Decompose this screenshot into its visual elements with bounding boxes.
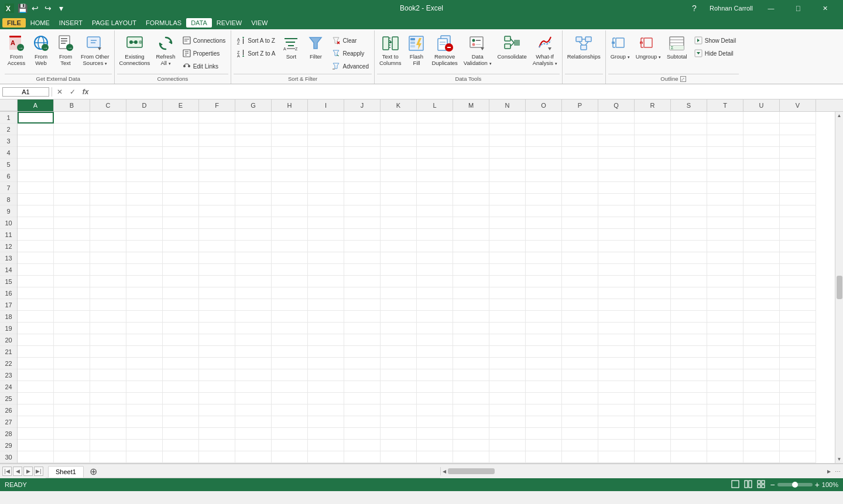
cell-Q22[interactable] — [598, 358, 635, 369]
cell-S8[interactable] — [671, 194, 707, 205]
advanced-button[interactable]: Advanced — [328, 60, 371, 73]
col-header-R[interactable]: R — [635, 100, 671, 111]
cell-D14[interactable] — [126, 264, 163, 276]
cell-J10[interactable] — [344, 217, 381, 229]
reapply-button[interactable]: Reapply — [328, 47, 371, 60]
cell-J23[interactable] — [344, 369, 381, 381]
cell-A18[interactable] — [18, 311, 54, 323]
cell-O16[interactable] — [526, 287, 562, 299]
cell-H19[interactable] — [272, 323, 308, 334]
cell-E14[interactable] — [163, 264, 199, 276]
cell-V20[interactable] — [780, 334, 816, 346]
cell-L6[interactable] — [417, 170, 453, 182]
cell-C9[interactable] — [90, 205, 126, 217]
cell-J27[interactable] — [344, 416, 381, 428]
cell-O28[interactable] — [526, 428, 562, 440]
cell-S21[interactable] — [671, 346, 707, 358]
cell-B28[interactable] — [54, 428, 90, 440]
cell-E9[interactable] — [163, 205, 199, 217]
cell-T19[interactable] — [707, 323, 743, 334]
cell-T27[interactable] — [707, 416, 743, 428]
cell-K14[interactable] — [381, 264, 417, 276]
cell-U5[interactable] — [743, 159, 780, 170]
cell-P20[interactable] — [562, 334, 598, 346]
cell-Q13[interactable] — [598, 252, 635, 264]
cell-D6[interactable] — [126, 170, 163, 182]
cell-G3[interactable] — [235, 135, 272, 147]
cell-M26[interactable] — [453, 404, 489, 416]
cell-B12[interactable] — [54, 241, 90, 252]
cell-N18[interactable] — [489, 311, 526, 323]
cell-O7[interactable] — [526, 182, 562, 194]
cell-G20[interactable] — [235, 334, 272, 346]
cell-P29[interactable] — [562, 440, 598, 451]
cell-M13[interactable] — [453, 252, 489, 264]
col-header-N[interactable]: N — [489, 100, 526, 111]
cell-G6[interactable] — [235, 170, 272, 182]
page-break-view-button[interactable] — [757, 480, 765, 489]
cell-C13[interactable] — [90, 252, 126, 264]
cell-K15[interactable] — [381, 276, 417, 287]
cell-E19[interactable] — [163, 323, 199, 334]
cell-D23[interactable] — [126, 369, 163, 381]
cell-R4[interactable] — [635, 147, 671, 159]
cell-K27[interactable] — [381, 416, 417, 428]
cell-I2[interactable] — [308, 124, 344, 135]
first-sheet-button[interactable]: |◀ — [2, 467, 12, 476]
cell-H7[interactable] — [272, 182, 308, 194]
cell-U23[interactable] — [743, 369, 780, 381]
sort-button[interactable]: A Z Sort — [279, 32, 303, 61]
cell-R18[interactable] — [635, 311, 671, 323]
cell-U17[interactable] — [743, 299, 780, 311]
cell-Q24[interactable] — [598, 381, 635, 393]
cell-A15[interactable] — [18, 276, 54, 287]
cell-S3[interactable] — [671, 135, 707, 147]
cell-L23[interactable] — [417, 369, 453, 381]
row-number-2[interactable]: 2 — [0, 124, 17, 135]
cell-M7[interactable] — [453, 182, 489, 194]
minimize-button[interactable]: — — [758, 0, 784, 16]
cell-N23[interactable] — [489, 369, 526, 381]
cell-E21[interactable] — [163, 346, 199, 358]
cell-T26[interactable] — [707, 404, 743, 416]
cell-L25[interactable] — [417, 393, 453, 404]
col-header-J[interactable]: J — [344, 100, 381, 111]
cell-Q12[interactable] — [598, 241, 635, 252]
cell-A13[interactable] — [18, 252, 54, 264]
cell-H29[interactable] — [272, 440, 308, 451]
cell-J25[interactable] — [344, 393, 381, 404]
cell-P10[interactable] — [562, 217, 598, 229]
cell-R29[interactable] — [635, 440, 671, 451]
cell-Q20[interactable] — [598, 334, 635, 346]
cell-T15[interactable] — [707, 276, 743, 287]
cell-D9[interactable] — [126, 205, 163, 217]
cell-G29[interactable] — [235, 440, 272, 451]
cell-L1[interactable] — [417, 112, 453, 124]
cell-Q7[interactable] — [598, 182, 635, 194]
cell-F26[interactable] — [199, 404, 235, 416]
cell-K28[interactable] — [381, 428, 417, 440]
cell-U2[interactable] — [743, 124, 780, 135]
cell-F16[interactable] — [199, 287, 235, 299]
cell-T24[interactable] — [707, 381, 743, 393]
cell-M21[interactable] — [453, 346, 489, 358]
cell-U27[interactable] — [743, 416, 780, 428]
cell-J5[interactable] — [344, 159, 381, 170]
cell-B4[interactable] — [54, 147, 90, 159]
cell-J19[interactable] — [344, 323, 381, 334]
cell-T13[interactable] — [707, 252, 743, 264]
cell-K5[interactable] — [381, 159, 417, 170]
cell-V6[interactable] — [780, 170, 816, 182]
zoom-out-button[interactable]: − — [770, 481, 775, 489]
cell-P25[interactable] — [562, 393, 598, 404]
cell-T6[interactable] — [707, 170, 743, 182]
cell-P27[interactable] — [562, 416, 598, 428]
cell-U10[interactable] — [743, 217, 780, 229]
cell-R21[interactable] — [635, 346, 671, 358]
cell-Q11[interactable] — [598, 229, 635, 241]
cell-E20[interactable] — [163, 334, 199, 346]
cell-O6[interactable] — [526, 170, 562, 182]
cell-H13[interactable] — [272, 252, 308, 264]
cell-D18[interactable] — [126, 311, 163, 323]
cell-B23[interactable] — [54, 369, 90, 381]
